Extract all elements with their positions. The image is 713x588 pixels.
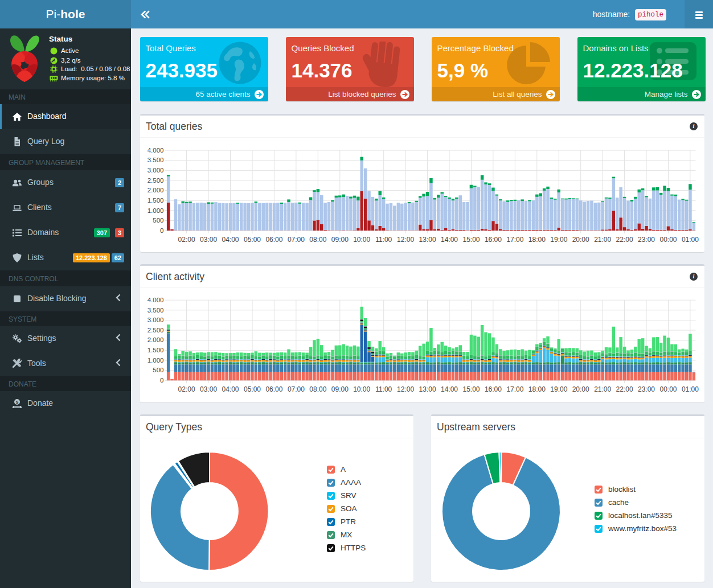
- svg-text:03:00: 03:00: [200, 385, 217, 393]
- svg-text:00:00: 00:00: [659, 236, 677, 244]
- svg-text:3.000: 3.000: [147, 167, 164, 174]
- svg-text:0: 0: [160, 227, 163, 233]
- svg-text:16:00: 16:00: [485, 385, 502, 393]
- svg-text:16:00: 16:00: [485, 236, 502, 244]
- svg-text:18:00: 18:00: [528, 385, 546, 393]
- svg-text:3.500: 3.500: [147, 306, 164, 313]
- svg-text:13:00: 13:00: [419, 385, 436, 393]
- svg-text:21:00: 21:00: [594, 385, 611, 393]
- svg-text:11:00: 11:00: [375, 236, 392, 244]
- svg-text:12:00: 12:00: [397, 236, 414, 244]
- svg-text:02:00: 02:00: [178, 236, 195, 244]
- svg-text:15:00: 15:00: [462, 385, 480, 393]
- svg-text:19:00: 19:00: [550, 236, 567, 244]
- svg-text:04:00: 04:00: [222, 236, 239, 244]
- svg-text:1.500: 1.500: [147, 347, 164, 353]
- svg-text:3.500: 3.500: [147, 157, 164, 163]
- svg-text:500: 500: [153, 217, 163, 224]
- svg-text:10:00: 10:00: [353, 236, 370, 244]
- svg-text:18:00: 18:00: [528, 236, 546, 244]
- svg-text:500: 500: [153, 367, 163, 373]
- svg-text:22:00: 22:00: [616, 236, 633, 244]
- svg-text:05:00: 05:00: [244, 236, 261, 244]
- svg-text:23:00: 23:00: [638, 385, 655, 393]
- svg-text:23:00: 23:00: [638, 236, 655, 244]
- svg-text:02:00: 02:00: [178, 385, 195, 393]
- svg-text:09:00: 09:00: [331, 385, 349, 393]
- svg-text:3.000: 3.000: [147, 316, 164, 323]
- svg-text:2.500: 2.500: [147, 326, 164, 333]
- svg-text:20:00: 20:00: [572, 385, 589, 393]
- svg-text:1.000: 1.000: [147, 207, 164, 213]
- svg-text:01:00: 01:00: [682, 385, 699, 393]
- svg-text:17:00: 17:00: [506, 385, 523, 393]
- svg-text:05:00: 05:00: [244, 385, 261, 393]
- svg-text:2.000: 2.000: [147, 187, 164, 194]
- svg-text:10:00: 10:00: [353, 385, 370, 393]
- svg-text:03:00: 03:00: [200, 236, 217, 244]
- svg-text:22:00: 22:00: [616, 385, 633, 393]
- svg-text:01:00: 01:00: [682, 236, 699, 244]
- svg-text:08:00: 08:00: [309, 236, 326, 244]
- svg-text:0: 0: [160, 377, 163, 384]
- svg-text:2.000: 2.000: [147, 336, 164, 343]
- svg-text:1.500: 1.500: [147, 196, 164, 203]
- svg-text:4.000: 4.000: [147, 146, 164, 153]
- svg-text:21:00: 21:00: [594, 236, 611, 244]
- svg-text:$: $: [16, 400, 19, 405]
- svg-text:12:00: 12:00: [397, 385, 414, 393]
- svg-text:1.000: 1.000: [147, 356, 164, 363]
- svg-text:09:00: 09:00: [331, 236, 349, 244]
- svg-text:13:00: 13:00: [419, 236, 436, 244]
- svg-text:20:00: 20:00: [572, 236, 589, 244]
- svg-text:14:00: 14:00: [441, 385, 458, 393]
- svg-text:06:00: 06:00: [265, 236, 282, 244]
- svg-text:19:00: 19:00: [550, 385, 567, 393]
- svg-text:11:00: 11:00: [375, 385, 392, 393]
- svg-text:17:00: 17:00: [506, 236, 523, 244]
- svg-text:2.500: 2.500: [147, 176, 164, 183]
- svg-text:08:00: 08:00: [309, 385, 326, 393]
- svg-text:00:00: 00:00: [659, 385, 677, 393]
- svg-text:4.000: 4.000: [147, 296, 164, 303]
- svg-text:07:00: 07:00: [288, 385, 305, 393]
- svg-text:06:00: 06:00: [265, 385, 282, 393]
- svg-text:04:00: 04:00: [222, 385, 239, 393]
- svg-text:07:00: 07:00: [288, 236, 305, 244]
- svg-text:15:00: 15:00: [462, 236, 480, 244]
- svg-text:14:00: 14:00: [441, 236, 458, 244]
